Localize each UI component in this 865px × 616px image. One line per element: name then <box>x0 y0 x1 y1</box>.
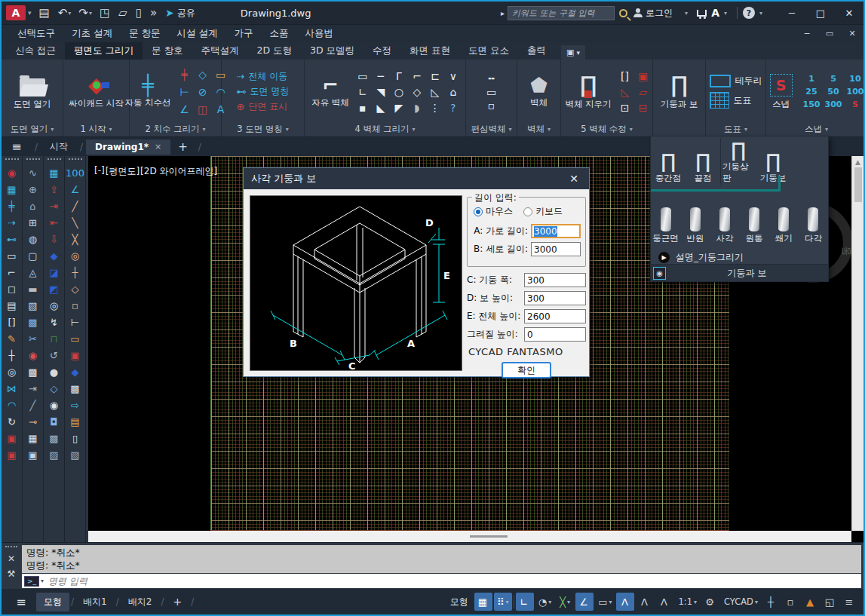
command-prompt-icon[interactable]: >_ <box>24 576 39 587</box>
mirror-icon[interactable]: ⋈ <box>3 380 21 397</box>
wall-rect-tool-icon[interactable]: ▭ <box>3 247 21 264</box>
dim-diameter-icon[interactable]: ⊘ <box>195 84 211 100</box>
wall-diag-icon[interactable]: ◥ <box>373 84 389 100</box>
window-blocks-icon[interactable]: ▦ <box>3 181 21 198</box>
doc-icon[interactable]: ▯ <box>66 430 84 446</box>
vscroll-thumb[interactable] <box>854 167 862 202</box>
login-caret-icon[interactable]: ▾ <box>685 10 688 17</box>
doc-minimize-button[interactable]: ─ <box>796 29 818 38</box>
radio-keyboard[interactable]: 키보드 <box>523 205 563 218</box>
snap-cross-icon[interactable]: ╳ <box>66 231 84 247</box>
viewport-visualstyle-button[interactable]: [2D 와이어프레임] <box>140 165 217 178</box>
orbit-icon[interactable]: ↺ <box>45 347 63 363</box>
wall-help-icon[interactable]: ? <box>445 100 462 115</box>
face-blue-icon[interactable]: ◪ <box>45 264 63 280</box>
stack-icon[interactable]: ▣ <box>24 446 42 463</box>
auto-dimension-button[interactable]: ╪ 자동 치수선 <box>121 75 173 109</box>
print-set-icon[interactable]: ▧ <box>66 446 84 463</box>
cone-icon[interactable]: ◬ <box>24 264 42 280</box>
snap-point-icon[interactable]: ▫ <box>66 297 84 314</box>
column-square-button[interactable]: 사각 <box>710 192 739 247</box>
cycad-start-button[interactable]: ◆ 싸이캐드 시작 <box>66 75 127 109</box>
window-red-icon[interactable]: ▦ <box>45 164 63 181</box>
toolbar-handle[interactable] <box>26 158 40 161</box>
stretch-up-icon[interactable]: ⇧ <box>45 181 63 198</box>
polyline-point-icon[interactable]: ▣ <box>3 446 21 463</box>
clean-screen-button[interactable]: ◱ <box>821 593 839 611</box>
offset-icon[interactable]: ⇥ <box>24 380 42 397</box>
polyline-edit-icon[interactable]: ▣ <box>3 430 21 446</box>
column-halfround-button[interactable]: 반원 <box>680 192 710 247</box>
settings-gear-button[interactable]: ⚙ <box>701 593 719 611</box>
snap-25-button[interactable]: 25 <box>801 85 823 98</box>
press-block-icon[interactable]: ◘ <box>45 413 63 430</box>
minimize-button[interactable]: ─ <box>778 2 806 24</box>
zoom-object-icon[interactable]: ◎ <box>45 297 63 314</box>
explode-icon[interactable]: ◉ <box>24 347 42 363</box>
menu-basic-design[interactable]: 기초 설계 <box>63 27 121 40</box>
dim-continue-icon[interactable]: ╪ <box>176 66 193 83</box>
dim-angle-icon[interactable]: ∠ <box>176 101 193 118</box>
snap-100-button[interactable]: 100 <box>845 85 865 98</box>
dynamic-input-button[interactable]: ▭▾ <box>595 593 615 611</box>
drawing-tab[interactable]: Drawing1* × <box>86 139 170 155</box>
erase-icon[interactable]: ✎ <box>3 330 21 347</box>
command-handle[interactable] <box>5 546 17 549</box>
polygon-icon[interactable]: ⌂ <box>24 198 42 214</box>
menu-facility-design[interactable]: 시설 설계 <box>168 27 225 40</box>
tab-2d-shapes[interactable]: 2D 도형 <box>247 42 301 60</box>
toolbar-handle[interactable] <box>48 158 61 161</box>
group-footer-walls[interactable]: 4 벽체 그리기▾ <box>305 121 465 136</box>
doc-menu-icon[interactable]: ≡ <box>2 139 32 154</box>
tab-display[interactable]: 화면 표현 <box>400 42 459 60</box>
login-button[interactable]: 로그인 <box>646 7 673 20</box>
fillet-icon[interactable]: ◠ <box>3 397 21 413</box>
tab-modify[interactable]: 수정 <box>363 42 400 60</box>
undo-button[interactable]: ↶▾ <box>55 5 75 20</box>
wall-quad-icon[interactable]: ◤ <box>391 100 407 115</box>
border-button[interactable]: 테두리 <box>710 75 762 87</box>
snap-5-button[interactable]: 5 <box>823 72 845 85</box>
wall-v-icon[interactable]: ∨ <box>445 69 462 84</box>
layout-tab-model[interactable]: 모형 <box>36 593 69 611</box>
column-beam-ribbon-button[interactable]: ∏ 기둥과 보 <box>658 74 701 110</box>
menu-furniture[interactable]: 가구 <box>225 27 261 40</box>
camera-icon[interactable]: ◉ <box>45 397 63 413</box>
snap-crosshair-icon[interactable]: ┼ <box>66 264 84 280</box>
snap-line-icon[interactable]: ╱ <box>66 198 84 214</box>
wall-l-icon[interactable]: ∟ <box>354 84 371 100</box>
start-tab[interactable]: 시작 <box>41 138 77 155</box>
crosshair-button[interactable]: ┼ <box>762 593 781 611</box>
command-close-icon[interactable]: ✕ <box>8 553 15 564</box>
column-roundface-button[interactable]: 둥근면 <box>651 192 680 247</box>
open-drawing-button[interactable]: 도면 열기 <box>11 74 54 110</box>
point-line-icon[interactable]: ⊸ <box>24 413 42 430</box>
auto-dimension-icon[interactable]: ╪ <box>3 198 21 214</box>
dialog-input[interactable]: 300 <box>524 291 586 305</box>
solid-copy-icon[interactable]: ▢ <box>24 247 42 264</box>
close-button[interactable]: ✕ <box>835 2 863 24</box>
dialog-input[interactable]: 300 <box>524 273 586 287</box>
hscroll-thumb[interactable] <box>470 535 508 538</box>
help-icon[interactable]: ? <box>743 7 755 19</box>
plot-button[interactable]: ◳ <box>97 5 114 20</box>
wall-button[interactable]: ⬟ 벽체 <box>527 75 551 109</box>
wall-corner-tr-icon[interactable]: ⌐ <box>409 69 425 84</box>
snap-150-button[interactable]: 150 <box>801 98 823 111</box>
doc-restore-button[interactable]: ▭ <box>818 29 841 38</box>
object-snap-button[interactable]: ╳▾ <box>556 593 574 611</box>
copy-icon[interactable]: ◎ <box>3 363 21 380</box>
ruler-icon[interactable]: ▭ <box>66 330 84 347</box>
table-button[interactable]: 도표 <box>710 92 762 109</box>
group-footer-dimension[interactable]: 2 치수 그리기▾ <box>130 121 221 136</box>
wall-open-tool-icon[interactable]: ◻ <box>3 280 21 297</box>
wall-redbox-icon[interactable]: ▣ <box>635 69 652 84</box>
doc-close-button[interactable]: ✕ <box>841 29 863 38</box>
bench-icon[interactable]: ⊓ <box>45 330 63 347</box>
drawing-title-button[interactable]: ⊷도면 명칭 <box>237 85 290 98</box>
viewport-view-button[interactable]: [평면도] <box>106 165 140 178</box>
annotation-scale-button[interactable]: Ʌ <box>655 593 673 611</box>
trim-icon[interactable]: ✂ <box>24 330 42 347</box>
snap-s-button[interactable]: S <box>845 98 865 111</box>
dialog-titlebar[interactable]: 사각 기둥과 보 ✕ <box>244 168 589 189</box>
